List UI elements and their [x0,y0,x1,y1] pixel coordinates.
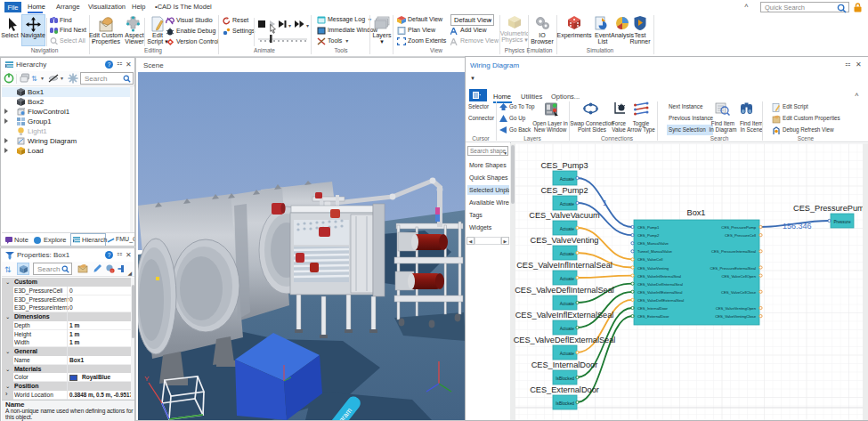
svg-text:?: ? [108,252,111,258]
svg-text:Actuate: Actuate [560,352,575,356]
svg-text:CES_ValveCell: CES_ValveCell [637,257,662,262]
svg-text:⇅: ⇅ [31,75,37,83]
svg-text:CES_PressurePump: CES_PressurePump [793,204,868,213]
svg-text:CES_InternalDoor: CES_InternalDoor [531,360,598,369]
svg-text:CES_ValveDeflInternalSeal: CES_ValveDeflInternalSeal [515,286,614,295]
svg-text:CES_ValveVenting: CES_ValveVenting [637,266,669,271]
svg-text:Actuate: Actuate [560,227,575,231]
svg-text:−: − [111,269,114,273]
svg-text:CES_ValveInflInternalSeal: CES_ValveInflInternalSeal [637,274,681,279]
svg-text:CES_ManualValve: CES_ManualValve [637,241,669,246]
svg-text:CES_PressureExternalSeal: CES_PressureExternalSeal [710,266,757,271]
svg-text:Actuate: Actuate [560,302,575,306]
svg-text:CES_Pump1: CES_Pump1 [637,225,660,230]
svg-text:CES_ValveVenting: CES_ValveVenting [531,236,599,245]
svg-text:CES_ValveCellOpen: CES_ValveCellOpen [721,274,756,279]
svg-text:CES_PressurePump: CES_PressurePump [721,225,756,230]
svg-text:Actuate: Actuate [560,202,575,206]
svg-text:?: ? [108,61,111,68]
svg-text:CES_ValveVentingClose: CES_ValveVentingClose [715,314,756,319]
svg-text:CES_Pump2: CES_Pump2 [540,186,588,195]
svg-text:Actuate: Actuate [560,277,575,281]
svg-text:CES_ValveVacuum: CES_ValveVacuum [529,211,600,220]
svg-text:Tunnel_ManualValve: Tunnel_ManualValve [637,249,673,254]
svg-text:IsBlocked: IsBlocked [556,376,574,381]
svg-text:CES_InternalDoor: CES_InternalDoor [637,306,669,311]
svg-text:156.346: 156.346 [783,222,812,231]
svg-text:CES_ValveInflExternalSeal: CES_ValveInflExternalSeal [637,290,683,295]
svg-text:CES_PressureCell: CES_PressureCell [725,233,756,238]
svg-text:CES_ExternalDoor: CES_ExternalDoor [530,385,599,394]
svg-text:CES_ValveDeflInternalSeal: CES_ValveDeflInternalSeal [637,282,683,287]
svg-text:CES_PressureInternalSeal: CES_PressureInternalSeal [711,249,756,254]
svg-text:CES_ValveDeflExternalSeal: CES_ValveDeflExternalSeal [637,298,684,303]
svg-text:CES_ValveDeflExternalSeal: CES_ValveDeflExternalSeal [514,336,616,344]
svg-text:Y: Y [144,375,150,383]
svg-text:⇅: ⇅ [4,265,12,274]
svg-text:1: 1 [603,198,607,207]
svg-text:Actuate: Actuate [560,252,575,256]
svg-text:Box1: Box1 [687,208,706,217]
svg-text:CES_Pump2: CES_Pump2 [637,233,660,238]
svg-text:CES_ValveVentingOpen: CES_ValveVentingOpen [716,306,757,311]
svg-text:CES_ValveInflInternalSeal: CES_ValveInflInternalSeal [516,261,612,270]
svg-text:IsBlocked: IsBlocked [556,401,574,406]
svg-text:Actuate: Actuate [560,177,575,182]
svg-text:CES_ValveInflExternalSeal: CES_ValveInflExternalSeal [515,311,614,320]
svg-text:CES_Pump3: CES_Pump3 [540,161,588,170]
svg-text:Actuate: Actuate [560,327,575,331]
svg-text:CES_ExternalDoor: CES_ExternalDoor [637,314,669,319]
svg-text:CES_ValveCellClose: CES_ValveCellClose [721,290,757,295]
svg-text:Pressure: Pressure [833,220,851,224]
